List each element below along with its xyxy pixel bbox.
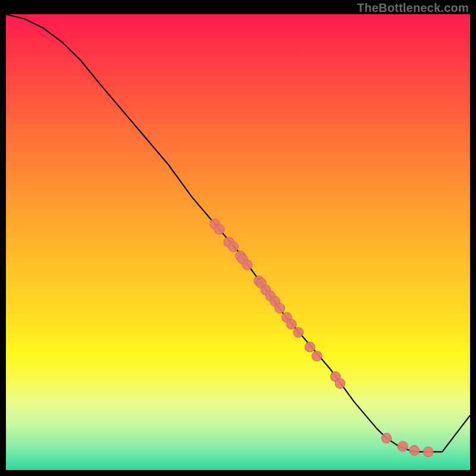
data-marker [242,260,252,270]
data-marker [305,342,315,352]
data-marker [293,327,303,337]
chart-frame: TheBottleneck.com [0,0,476,476]
data-marker [312,351,322,361]
data-marker [214,224,224,234]
data-marker [228,242,239,252]
data-marker [397,441,408,452]
curve-line [6,14,470,452]
data-marker [335,378,345,389]
data-marker [409,446,419,456]
data-marker [381,433,392,443]
data-markers [210,219,434,457]
data-marker [275,303,285,314]
chart-svg [6,14,470,470]
data-marker [423,447,433,457]
data-marker [286,319,296,329]
plot-area [6,14,470,470]
watermark-text: TheBottleneck.com [357,1,469,15]
